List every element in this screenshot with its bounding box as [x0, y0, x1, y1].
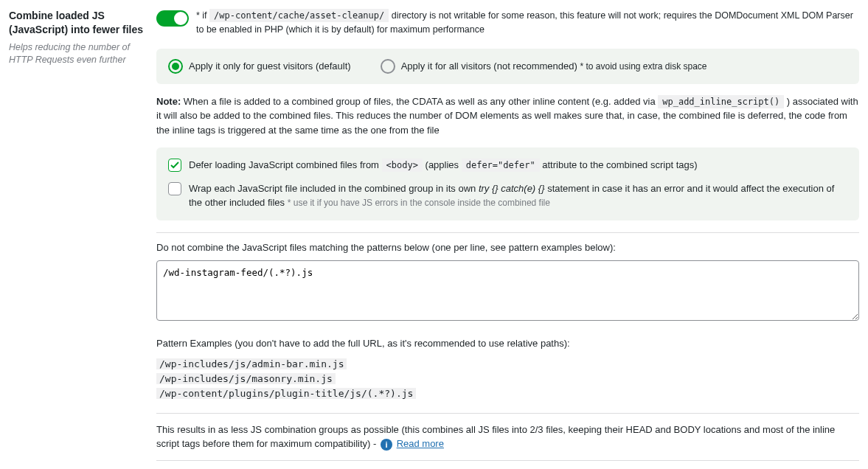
- visitor-scope-radio-group: Apply it only for guest visitors (defaul…: [156, 49, 859, 84]
- radio-icon: [168, 59, 183, 74]
- wp-add-inline-script-code: wp_add_inline_script(): [658, 95, 784, 108]
- radio-all-visitors[interactable]: Apply it for all visitors (not recommend…: [381, 59, 707, 74]
- defer-attr-code: defer="defer": [462, 159, 540, 172]
- info-icon: i: [381, 439, 392, 451]
- exclude-patterns-textarea[interactable]: [156, 260, 859, 321]
- defer-checkbox[interactable]: [168, 159, 181, 172]
- inline-script-note: Note: When a file is added to a combined…: [156, 94, 859, 138]
- wrap-trycatch-checkbox[interactable]: [168, 182, 181, 195]
- sidebar-label: Combine loaded JS (JavaScript) into fewe…: [9, 9, 156, 461]
- setting-title: Combine loaded JS (JavaScript) into fewe…: [9, 9, 145, 37]
- advanced-options-box: Defer loading JavaScript combined files …: [156, 147, 859, 220]
- read-more-link[interactable]: Read more: [397, 438, 444, 449]
- radio-icon: [381, 59, 395, 74]
- radio-guest-label: Apply it only for guest visitors (defaul…: [189, 60, 351, 72]
- check-icon: [170, 161, 179, 170]
- toggle-note: * if /wp-content/cache/asset-cleanup/ di…: [196, 9, 859, 37]
- radio-guest-visitors[interactable]: Apply it only for guest visitors (defaul…: [168, 59, 351, 74]
- setting-subtitle: Helps reducing the number of HTTP Reques…: [9, 41, 145, 67]
- combine-js-toggle[interactable]: [156, 10, 189, 27]
- defer-label: Defer loading JavaScript combined files …: [189, 158, 698, 173]
- cache-path-code: /wp-content/cache/asset-cleanup/: [209, 9, 389, 22]
- body-tag-code: <body>: [382, 159, 423, 172]
- wrap-label: Wrap each JavaScript file included in th…: [189, 181, 847, 210]
- radio-all-label: Apply it for all visitors (not recommend…: [401, 60, 707, 72]
- result-note: This results in as less JS combination g…: [156, 413, 859, 461]
- exclude-label: Do not combine the JavaScript files matc…: [156, 240, 859, 255]
- pattern-examples-label: Pattern Examples (you don't have to add …: [156, 336, 859, 351]
- pattern-examples-list: /wp-includes/js/admin-bar.min.js /wp-inc…: [156, 357, 859, 401]
